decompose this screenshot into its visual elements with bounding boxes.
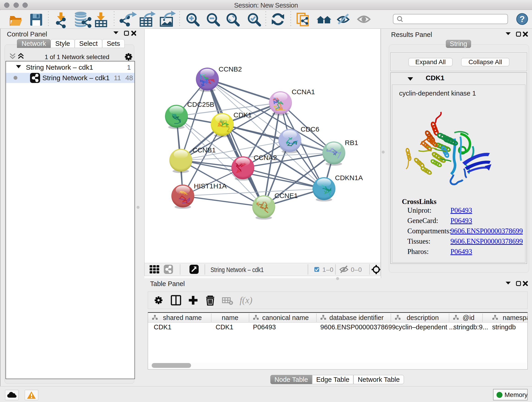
svg-text:CCNA1: CCNA1 xyxy=(292,88,315,96)
svg-text:cyclin–dependent ...: cyclin–dependent ... xyxy=(395,323,455,331)
svg-text:CCNA2: CCNA2 xyxy=(254,154,277,161)
svg-text:RB1: RB1 xyxy=(345,139,358,147)
svg-text:String Network – cdk1: String Network – cdk1 xyxy=(210,266,264,274)
svg-text:Memory: Memory xyxy=(505,391,527,398)
svg-text:9606.ENSP00000378699: 9606.ENSP00000378699 xyxy=(320,323,396,331)
svg-text:1 of 1 Network selected: 1 of 1 Network selected xyxy=(45,54,109,61)
svg-text:HIST1H1A: HIST1H1A xyxy=(194,182,227,190)
svg-text:stringdb:9...: stringdb:9... xyxy=(453,323,488,331)
svg-text:CDK1: CDK1 xyxy=(234,111,252,119)
svg-text:1–0: 1–0 xyxy=(322,266,333,273)
svg-text:f(x): f(x) xyxy=(240,295,253,305)
svg-text:stringdb: stringdb xyxy=(492,323,516,331)
svg-text:CDC6: CDC6 xyxy=(301,125,319,133)
svg-text:name: name xyxy=(222,314,239,321)
svg-text:CCNE1: CCNE1 xyxy=(274,192,298,199)
svg-text:P06493: P06493 xyxy=(253,323,276,331)
svg-text:namespace: namespace xyxy=(503,314,527,321)
svg-text:?: ? xyxy=(520,14,525,24)
svg-text:CDK1: CDK1 xyxy=(154,323,171,331)
svg-text:CDC25B: CDC25B xyxy=(187,101,214,108)
svg-text:canonical name: canonical name xyxy=(262,314,309,321)
svg-text:database identifier: database identifier xyxy=(329,314,384,321)
svg-text:CCNB1: CCNB1 xyxy=(192,146,216,154)
svg-text:CDKN1A: CDKN1A xyxy=(335,174,363,182)
svg-text:@id: @id xyxy=(462,314,475,321)
svg-text:CDK1: CDK1 xyxy=(215,323,233,331)
svg-text:CCNB2: CCNB2 xyxy=(219,65,242,73)
svg-text:0–0: 0–0 xyxy=(351,266,362,273)
svg-text:description: description xyxy=(407,314,439,321)
svg-text:shared name: shared name xyxy=(163,314,202,321)
